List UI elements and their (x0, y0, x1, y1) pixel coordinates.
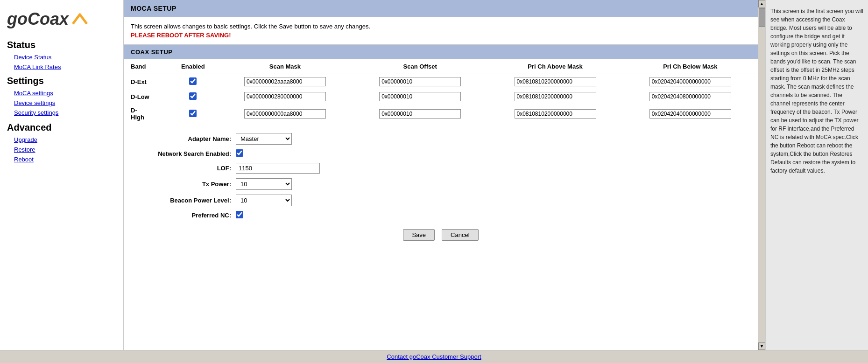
table-row: D-Ext (124, 74, 758, 90)
save-button[interactable]: Save (403, 229, 435, 241)
adapter-name-select[interactable]: Master Slave (236, 133, 292, 145)
upgrade-link[interactable]: Upgrade (0, 135, 123, 145)
pri-above-d-ext-input[interactable] (515, 77, 596, 86)
right-panel-text: This screen is the first screen you will… (770, 8, 863, 174)
moca-link-rates-link[interactable]: MoCA Link Rates (0, 62, 123, 72)
col-enabled: Enabled (169, 59, 218, 74)
intro-box: This screen allows changes to basic sett… (124, 17, 758, 45)
enabled-d-low (169, 89, 218, 104)
sidebar: goCoax Status Device Status MoCA Link Ra… (0, 0, 124, 350)
coax-setup-title: COAX SETUP (131, 49, 173, 56)
pri-below-d-low-input[interactable] (649, 92, 731, 101)
support-link[interactable]: Contact goCoax Customer Support (387, 353, 481, 360)
restore-link[interactable]: Restore (0, 145, 123, 154)
logo-go: go (7, 9, 28, 29)
cancel-button[interactable]: Cancel (442, 229, 478, 241)
preferred-nc-row: Preferred NC: (138, 211, 744, 220)
reboot-warning: PLEASE REBOOT AFTER SAVING! (131, 32, 751, 39)
pri-above-d-low (487, 89, 622, 104)
band-d-low: D-Low (124, 89, 169, 104)
scan-offset-d-ext-input[interactable] (379, 77, 461, 86)
moca-setup-title: MOCA SETUP (131, 5, 176, 12)
checkbox-d-high[interactable] (189, 110, 197, 117)
pri-above-d-high-input[interactable] (515, 109, 596, 119)
scan-offset-d-high (353, 104, 487, 124)
sidebar-settings-title: Settings (0, 72, 123, 88)
table-header-row: Band Enabled Scan Mask Scan Offset Pri C… (124, 59, 758, 74)
tx-power-label: Tx Power: (138, 181, 231, 188)
tx-power-select[interactable]: 10 9 8 (236, 178, 292, 190)
enabled-d-high (169, 104, 218, 124)
pri-below-d-ext-input[interactable] (649, 77, 731, 86)
scroll-track: ▲ ▼ (758, 0, 765, 350)
network-search-label: Network Search Enabled: (138, 150, 231, 157)
device-settings-link[interactable]: Device settings (0, 98, 123, 108)
scan-mask-d-high-input[interactable] (244, 109, 326, 119)
preferred-nc-label: Preferred NC: (138, 212, 231, 219)
tx-power-row: Tx Power: 10 9 8 (138, 178, 744, 190)
scan-mask-d-low (218, 89, 353, 104)
scan-offset-d-ext (353, 74, 487, 90)
lof-label: LOF: (138, 165, 231, 172)
col-scan-mask: Scan Mask (218, 59, 353, 74)
logo-arrow-icon (71, 10, 89, 28)
beacon-power-control: 10 9 8 (236, 195, 292, 206)
col-band: Band (124, 59, 169, 74)
pri-above-d-high (487, 104, 622, 124)
table-row: D-High (124, 104, 758, 124)
device-status-link[interactable]: Device Status (0, 52, 123, 62)
adapter-name-row: Adapter Name: Master Slave (138, 133, 744, 145)
checkbox-d-ext[interactable] (189, 77, 197, 85)
network-search-control (236, 149, 243, 158)
moca-settings-link[interactable]: MoCA settings (0, 88, 123, 98)
checkbox-d-low[interactable] (189, 92, 197, 100)
coax-table: Band Enabled Scan Mask Scan Offset Pri C… (124, 59, 758, 124)
network-search-checkbox[interactable] (236, 149, 243, 157)
lof-input[interactable] (236, 163, 320, 174)
right-panel: This screen is the first screen you will… (765, 0, 868, 350)
pri-below-d-high-input[interactable] (649, 109, 731, 119)
col-scan-offset: Scan Offset (353, 59, 487, 74)
logo-coax: Coax (28, 9, 69, 29)
moca-setup-header: MOCA SETUP (124, 0, 758, 17)
button-row: Save Cancel (138, 229, 744, 250)
pri-below-d-high (623, 104, 758, 124)
scroll-down-arrow[interactable]: ▼ (758, 342, 766, 350)
content-area: MOCA SETUP This screen allows changes to… (124, 0, 868, 350)
footer: Contact goCoax Customer Support (0, 350, 868, 363)
lof-control (236, 163, 320, 174)
reboot-link[interactable]: Reboot (0, 154, 123, 164)
scan-mask-d-ext (218, 74, 353, 90)
preferred-nc-control (236, 211, 243, 220)
logo-area: goCoax (0, 5, 123, 36)
adapter-name-label: Adapter Name: (138, 135, 231, 142)
pri-below-d-low (623, 89, 758, 104)
beacon-power-select[interactable]: 10 9 8 (236, 195, 292, 206)
col-pri-ch-below: Pri Ch Below Mask (623, 59, 758, 74)
security-settings-link[interactable]: Security settings (0, 108, 123, 118)
enabled-d-ext (169, 74, 218, 90)
network-search-row: Network Search Enabled: (138, 149, 744, 158)
scan-mask-d-ext-input[interactable] (244, 77, 326, 86)
scan-mask-d-low-input[interactable] (244, 92, 326, 101)
beacon-power-label: Beacon Power Level: (138, 197, 231, 204)
preferred-nc-checkbox[interactable] (236, 211, 243, 218)
scan-offset-d-low-input[interactable] (379, 92, 461, 101)
adapter-name-control: Master Slave (236, 133, 292, 145)
band-d-high: D-High (124, 104, 169, 124)
intro-text: This screen allows changes to basic sett… (131, 23, 751, 30)
scan-offset-d-high-input[interactable] (379, 109, 461, 119)
main-content: MOCA SETUP This screen allows changes to… (124, 0, 758, 350)
form-area: Adapter Name: Master Slave Network Searc… (124, 124, 758, 259)
coax-setup-header: COAX SETUP (124, 45, 758, 59)
col-pri-ch-above: Pri Ch Above Mask (487, 59, 622, 74)
tx-power-control: 10 9 8 (236, 178, 292, 190)
pri-above-d-low-input[interactable] (515, 92, 596, 101)
sidebar-status-title: Status (0, 36, 123, 52)
lof-row: LOF: (138, 163, 744, 174)
band-d-ext: D-Ext (124, 74, 169, 90)
scroll-thumb[interactable] (759, 8, 765, 27)
pri-below-d-ext (623, 74, 758, 90)
scroll-up-arrow[interactable]: ▲ (758, 0, 766, 7)
scan-mask-d-high (218, 104, 353, 124)
